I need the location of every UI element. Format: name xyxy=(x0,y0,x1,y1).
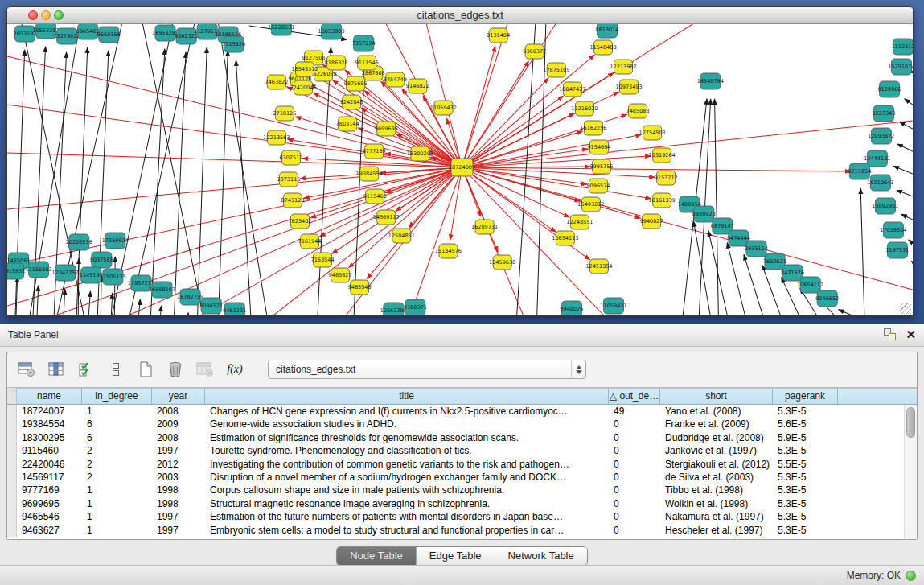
cell-pagerank[interactable]: 5.6E-5 xyxy=(773,418,838,431)
network-table-select[interactable]: citations_edges.txt xyxy=(268,360,586,379)
graph-node[interactable]: 15184576 xyxy=(435,244,462,258)
cell-name[interactable]: 9465546 xyxy=(17,510,82,523)
graph-node[interactable]: 7485083 xyxy=(626,104,650,118)
graph-node[interactable]: 12093872 xyxy=(868,128,894,144)
cell-in_degree[interactable]: 1 xyxy=(82,484,152,496)
cell-pagerank[interactable]: 5.3E-5 xyxy=(773,484,838,496)
graph-node[interactable]: 16047427 xyxy=(559,82,585,97)
cell-title[interactable]: Changes of HCN gene expression and I(f) … xyxy=(205,405,609,418)
column-header-in_degree[interactable]: in_degree xyxy=(82,388,152,405)
cell-short[interactable]: Wolkin et al. (1998) xyxy=(660,497,773,510)
cell-title[interactable]: Estimation of significance thresholds fo… xyxy=(205,431,609,444)
graph-node[interactable]: 22420046 xyxy=(290,80,316,95)
cell-name[interactable]: 9699695 xyxy=(17,497,82,510)
cell-out_de[interactable]: 0 xyxy=(609,497,660,510)
cell-pagerank[interactable]: 5.3E-5 xyxy=(773,524,838,537)
graph-node[interactable]: 7163544 xyxy=(311,253,335,267)
cell-in_degree[interactable]: 2 xyxy=(82,444,152,457)
graph-node[interactable]: 12505135 xyxy=(100,269,126,285)
graph-node[interactable]: 16162256 xyxy=(580,121,606,135)
delete-table-icon[interactable] xyxy=(194,358,216,381)
cell-in_degree[interactable]: 1 xyxy=(82,405,152,418)
graph-node[interactable]: 6307512 xyxy=(279,150,302,165)
graph-node[interactable]: 10654113 xyxy=(552,231,578,245)
cell-short[interactable]: de Silva et al. (2003) xyxy=(660,471,773,484)
graph-node[interactable]: 6965465 xyxy=(76,24,100,39)
graph-node[interactable]: 9115460 xyxy=(363,189,387,204)
cell-name[interactable]: 14569117 xyxy=(17,471,82,484)
cell-title[interactable]: Estimation of the future numbers of pati… xyxy=(205,510,609,523)
graph-node[interactable]: 11059432 xyxy=(430,101,457,115)
graph-node[interactable]: 16548794 xyxy=(697,73,724,89)
column-header-name[interactable]: name xyxy=(17,388,82,405)
graph-node[interactable]: 8094521 xyxy=(199,298,223,314)
cell-year[interactable]: 2008 xyxy=(152,405,205,418)
graph-node[interactable]: 15493212 xyxy=(577,197,604,212)
cell-year[interactable]: 2008 xyxy=(152,431,205,444)
graph-node[interactable]: 12504851 xyxy=(388,229,415,243)
graph-node[interactable]: 15751074 xyxy=(888,59,913,75)
cell-pagerank[interactable]: 5.5E-5 xyxy=(773,458,838,471)
graph-node[interactable]: 1873115 xyxy=(277,172,300,187)
graph-node[interactable]: 3915931 xyxy=(7,263,26,279)
graph-node[interactable]: 12213563 xyxy=(263,130,290,145)
graph-node[interactable]: 1167531 xyxy=(885,242,909,258)
graph-node[interactable]: 8995756 xyxy=(589,159,613,174)
graph-node[interactable]: 12451354 xyxy=(585,259,612,274)
graph-node[interactable]: 16053803 xyxy=(318,24,345,39)
graph-node[interactable]: 8813014 xyxy=(595,24,618,38)
graph-node[interactable]: 15228531 xyxy=(268,24,294,35)
graph-node[interactable]: 17875105 xyxy=(543,63,569,77)
graph-node[interactable]: 16209731 xyxy=(471,220,498,234)
graph-node[interactable]: 9940027 xyxy=(640,214,663,229)
cell-title[interactable]: Corpus callosum shape and size in male p… xyxy=(205,484,609,496)
cell-name[interactable]: 9463627 xyxy=(17,524,82,537)
cell-pagerank[interactable]: 5.9E-5 xyxy=(773,431,838,444)
window-resize-grip[interactable] xyxy=(900,303,911,314)
cell-in_degree[interactable]: 1 xyxy=(82,510,152,523)
cell-year[interactable]: 1997 xyxy=(152,444,205,457)
cell-short[interactable]: Stergiakouli et al. (2012) xyxy=(660,458,773,471)
graph-node[interactable]: 12754503 xyxy=(639,126,666,140)
graph-node[interactable]: 12342757 xyxy=(52,265,79,281)
cell-in_degree[interactable]: 1 xyxy=(82,497,152,510)
cell-title[interactable]: Embryonic stem cells: a model to study s… xyxy=(205,524,609,537)
cell-year[interactable]: 2009 xyxy=(152,418,205,431)
graph-node[interactable]: 7357224 xyxy=(352,35,376,51)
cell-out_de[interactable]: 0 xyxy=(609,431,660,444)
cell-year[interactable]: 1997 xyxy=(152,510,205,523)
cell-in_degree[interactable]: 2 xyxy=(82,458,152,471)
graph-node[interactable]: 7161944 xyxy=(298,234,322,249)
graph-node[interactable]: 13216020 xyxy=(571,101,598,116)
cell-title[interactable]: Genome-wide association studies in ADHD. xyxy=(205,418,609,431)
graph-node[interactable]: 11059431 xyxy=(600,298,626,314)
graph-node[interactable]: 16210643 xyxy=(867,175,893,191)
cell-title[interactable]: Investigating the contribution of common… xyxy=(205,458,609,471)
cell-in_degree[interactable]: 6 xyxy=(82,418,152,431)
cell-short[interactable]: Franke et al. (2009) xyxy=(660,418,773,431)
graph-node[interactable]: 9777169 xyxy=(363,144,386,159)
graph-node[interactable]: 12459638 xyxy=(489,255,515,270)
cell-year[interactable]: 1997 xyxy=(152,524,205,537)
close-window-icon[interactable] xyxy=(28,10,38,20)
graph-node[interactable]: 12213987 xyxy=(610,60,636,74)
cell-out_de[interactable]: 49 xyxy=(609,405,660,418)
graph-node[interactable]: 8096574 xyxy=(586,179,610,193)
column-header-short[interactable]: short xyxy=(660,388,773,405)
table-row[interactable]: 1938455462009Genome-wide association stu… xyxy=(7,418,904,431)
select-rows-icon[interactable] xyxy=(75,358,97,381)
graph-node[interactable]: 2718126 xyxy=(273,106,296,121)
graph-node[interactable]: 8215954 xyxy=(848,163,871,179)
graph-node[interactable]: 9940026 xyxy=(560,301,583,315)
table-row[interactable]: 911546021997Tourette syndrome. Phenomeno… xyxy=(7,444,904,457)
cell-short[interactable]: Tibbo et al. (1998) xyxy=(660,484,773,496)
cell-name[interactable]: 9777169 xyxy=(17,484,82,496)
column-header-year[interactable]: year xyxy=(152,388,205,405)
graph-node[interactable]: 16958107 xyxy=(149,282,175,298)
cell-name[interactable]: 22420046 xyxy=(17,458,82,471)
graph-node[interactable]: 19384554 xyxy=(356,167,383,181)
graph-node[interactable]: 11548408 xyxy=(589,40,616,55)
cell-out_de[interactable]: 0 xyxy=(609,484,660,496)
graph-node[interactable]: 11156863 xyxy=(26,262,52,278)
column-header-pagerank[interactable]: pagerank xyxy=(773,388,838,405)
